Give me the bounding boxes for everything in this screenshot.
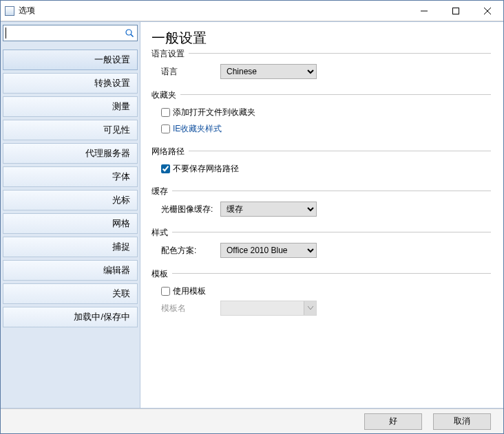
sidebar-item-label: 代理服务器 [85,147,130,160]
language-label: 语言 [161,66,220,78]
footer: 好 取消 [1,409,503,433]
group-language: 语言设置 语言 Chinese [151,53,491,86]
style-select[interactable]: Office 2010 Blue [220,243,317,258]
maximize-button[interactable] [440,1,472,21]
sidebar-item-3[interactable]: 可见性 [3,120,138,140]
group-cache: 缓存 光栅图像缓存: 缓存 [151,191,491,224]
favorites-ie-label: IE收藏夹样式 [173,123,222,135]
favorites-add-label: 添加打开文件到收藏夹 [173,107,255,118]
group-style: 样式 配色方案: Office 2010 Blue [151,232,491,265]
ok-button[interactable]: 好 [364,413,422,430]
sidebar-item-4[interactable]: 代理服务器 [3,143,138,164]
sidebar: 一般设置转换设置测量可见性代理服务器字体光标网格捕捉编辑器关联加载中/保存中 [1,22,140,408]
group-favorites-title: 收藏夹 [151,89,180,101]
template-name-label: 模板名 [161,303,220,314]
group-template-title: 模板 [151,268,172,280]
sidebar-item-2[interactable]: 测量 [3,96,138,117]
search-icon[interactable] [123,27,136,39]
search-box[interactable] [3,25,138,41]
sidebar-item-8[interactable]: 捕捉 [3,237,138,257]
svg-point-4 [126,30,132,35]
sidebar-item-7[interactable]: 网格 [3,213,138,234]
page-title: 一般设置 [151,29,491,47]
search-input[interactable] [3,26,123,40]
network-nosave-label: 不要保存网络路径 [173,163,239,175]
sidebar-item-label: 网格 [112,217,130,230]
group-favorites: 收藏夹 添加打开文件到收藏夹 IE收藏夹样式 [151,94,491,142]
group-network-title: 网络路径 [151,146,189,158]
group-style-title: 样式 [151,227,172,239]
sidebar-item-label: 捕捉 [112,241,130,253]
cancel-button[interactable]: 取消 [433,413,491,430]
group-cache-title: 缓存 [151,186,172,197]
close-button[interactable] [472,1,503,21]
sidebar-item-label: 转换设置 [94,77,130,89]
network-nosave-checkbox[interactable] [161,164,170,173]
main-content: 一般设置 语言设置 语言 Chinese 收藏夹 [140,22,503,408]
template-use-label: 使用模板 [173,285,206,297]
cache-label: 光栅图像缓存: [161,204,220,215]
sidebar-item-label: 可见性 [103,124,130,136]
favorites-ie-checkbox[interactable] [161,124,170,133]
sidebar-item-1[interactable]: 转换设置 [3,73,138,94]
sidebar-item-label: 关联 [112,287,130,300]
svg-rect-1 [453,8,459,14]
sidebar-item-6[interactable]: 光标 [3,190,138,210]
title-bar: 选项 [1,1,503,21]
group-language-title: 语言设置 [151,48,189,60]
sidebar-item-label: 编辑器 [103,264,130,276]
sidebar-item-10[interactable]: 关联 [3,283,138,304]
sidebar-item-label: 测量 [112,100,130,113]
sidebar-item-9[interactable]: 编辑器 [3,260,138,281]
group-template: 模板 使用模板 模板名 [151,273,491,323]
app-icon [5,6,14,16]
style-label: 配色方案: [161,245,220,257]
template-name-combo[interactable] [220,301,317,316]
sidebar-item-label: 加载中/保存中 [74,311,130,323]
sidebar-item-label: 光标 [112,194,130,206]
chevron-down-icon[interactable] [304,301,316,315]
sidebar-item-11[interactable]: 加载中/保存中 [3,307,138,327]
group-network: 网络路径 不要保存网络路径 [151,151,491,182]
sidebar-item-label: 字体 [112,171,130,183]
sidebar-item-label: 一般设置 [94,54,130,66]
minimize-button[interactable] [408,1,440,21]
sidebar-item-0[interactable]: 一般设置 [3,50,138,70]
svg-line-5 [131,34,134,37]
template-use-checkbox[interactable] [161,287,170,296]
favorites-add-checkbox[interactable] [161,108,170,117]
window-title: 选项 [19,5,408,17]
language-select[interactable]: Chinese [220,64,317,79]
cache-select[interactable]: 缓存 [220,202,317,217]
sidebar-item-5[interactable]: 字体 [3,166,138,187]
text-caret [6,28,6,39]
